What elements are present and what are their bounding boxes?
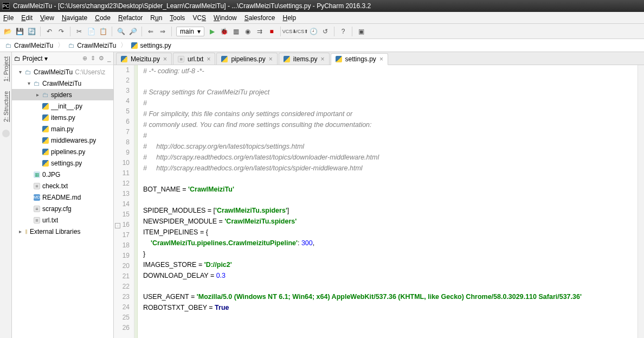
line-number[interactable]: 17	[114, 231, 134, 241]
copy-icon[interactable]: 📄	[87, 27, 95, 36]
menu-run[interactable]: Run	[150, 14, 162, 22]
editor-tab[interactable]: Meizitu.py×	[116, 53, 172, 65]
vcs-history-icon[interactable]: 🕘	[309, 27, 318, 36]
tree-row[interactable]: ≡ url.txt	[12, 214, 113, 226]
error-stripe[interactable]	[637, 65, 644, 338]
undo-icon[interactable]: ↶	[45, 27, 54, 36]
editor-tab[interactable]: items.py×	[279, 53, 330, 65]
close-icon[interactable]: ×	[379, 55, 383, 63]
target-icon[interactable]: ⊕	[82, 55, 87, 62]
redo-icon[interactable]: ↷	[57, 27, 66, 36]
line-number[interactable]: 8	[114, 138, 134, 149]
line-number[interactable]: 11	[114, 169, 134, 180]
vcs-revert-icon[interactable]: ↺	[321, 27, 330, 36]
debug-icon[interactable]: 🐞	[220, 27, 228, 36]
line-number[interactable]: 16-	[114, 221, 134, 231]
tree-row[interactable]: ▦ 0.JPG	[12, 169, 113, 180]
tree-row[interactable]: MD README.md	[12, 192, 113, 203]
menu-view[interactable]: View	[40, 14, 54, 22]
vcs-update-icon[interactable]: VCS⬇	[285, 27, 294, 36]
sync-icon[interactable]: 🔄	[27, 27, 36, 36]
tree-row[interactable]: ▸🗀 spiders	[12, 89, 113, 100]
line-number[interactable]: 24	[114, 303, 134, 314]
editor-tab[interactable]: ≡url.txt×	[173, 53, 215, 65]
close-icon[interactable]: ×	[163, 55, 167, 63]
menu-vcs[interactable]: VCS	[192, 14, 206, 22]
open-icon[interactable]: 📂	[3, 27, 12, 36]
menu-code[interactable]: Code	[95, 14, 111, 22]
line-number[interactable]: 5	[114, 107, 134, 118]
tree-row[interactable]: middlewares.py	[12, 135, 113, 146]
line-number[interactable]: 21	[114, 272, 134, 283]
salesforce-icon[interactable]: ▣	[357, 27, 365, 36]
tree-row[interactable]: main.py	[12, 123, 113, 135]
tool-tab-project[interactable]: 1: Project	[3, 54, 9, 84]
tree-row[interactable]: ▸⦀ External Libraries	[12, 226, 113, 237]
tool-tab-structure[interactable]: 2: Structure	[3, 89, 9, 124]
help-icon[interactable]: ?	[339, 27, 347, 36]
line-number[interactable]: 26	[114, 324, 134, 334]
line-number[interactable]: 13	[114, 190, 134, 200]
tree-twisty-icon[interactable]: ▸	[35, 92, 40, 98]
line-number[interactable]: 2	[114, 76, 134, 87]
line-gutter[interactable]: 12345678910111213141516-1718192021222324…	[114, 65, 134, 338]
fold-icon[interactable]: -	[115, 223, 120, 228]
run-icon[interactable]: ▶	[208, 27, 216, 36]
menu-salesforce[interactable]: Salesforce	[244, 14, 275, 22]
line-number[interactable]: 20	[114, 262, 134, 272]
line-number[interactable]: 18	[114, 241, 134, 252]
menu-file[interactable]: File	[3, 14, 14, 22]
editor-tab[interactable]: settings.py×	[331, 53, 388, 65]
project-tree[interactable]: ▾🗀 CrawlMeiziTu C:\Users\z▾🗀 CrawlMeiziT…	[12, 65, 113, 338]
line-number[interactable]: 9	[114, 149, 134, 159]
vcs-commit-icon[interactable]: VCS⬆	[297, 27, 306, 36]
tree-row[interactable]: ▾🗀 CrawlMeiziTu	[12, 78, 113, 89]
tree-twisty-icon[interactable]: ▾	[17, 69, 23, 75]
line-number[interactable]: 14	[114, 200, 134, 211]
tree-row[interactable]: __init__.py	[12, 100, 113, 112]
profile-icon[interactable]: ◉	[243, 27, 252, 36]
line-number[interactable]: 1	[114, 66, 134, 76]
breadcrumb[interactable]: settings.py	[129, 42, 173, 49]
menu-navigate[interactable]: Navigate	[62, 14, 87, 22]
tree-row[interactable]: items.py	[12, 112, 113, 123]
run-config-selector[interactable]: main ▾	[176, 27, 204, 36]
concurrent-icon[interactable]: ⇉	[255, 27, 264, 36]
line-number[interactable]: 4	[114, 97, 134, 107]
menu-help[interactable]: Help	[282, 14, 296, 22]
collapse-icon[interactable]: ⇕	[91, 55, 95, 62]
tree-row[interactable]: ▾🗀 CrawlMeiziTu C:\Users\z	[12, 66, 113, 78]
close-icon[interactable]: ×	[269, 55, 273, 63]
line-number[interactable]: 3	[114, 87, 134, 97]
save-icon[interactable]: 💾	[15, 27, 24, 36]
paste-icon[interactable]: 📋	[99, 27, 107, 36]
code-editor[interactable]: # -*- coding: utf-8 -*- # Scrapy setting…	[138, 65, 637, 338]
line-number[interactable]: 15	[114, 211, 134, 221]
tree-twisty-icon[interactable]: ▾	[26, 80, 31, 86]
close-icon[interactable]: ×	[320, 55, 324, 63]
tree-row[interactable]: ≡ check.txt	[12, 180, 113, 192]
line-number[interactable]: 6	[114, 118, 134, 128]
tree-twisty-icon[interactable]: ▸	[17, 228, 23, 234]
line-number[interactable]: 10	[114, 159, 134, 169]
hide-icon[interactable]: ⎯	[107, 55, 111, 62]
line-number[interactable]: 7	[114, 128, 134, 138]
menu-edit[interactable]: Edit	[21, 14, 33, 22]
tree-row[interactable]: ≡ scrapy.cfg	[12, 203, 113, 214]
line-number[interactable]: 22	[114, 283, 134, 293]
line-number[interactable]: 19	[114, 252, 134, 262]
stop-icon[interactable]: ■	[267, 27, 276, 36]
line-number[interactable]: 23	[114, 293, 134, 303]
line-number[interactable]: 12	[114, 180, 134, 190]
coverage-icon[interactable]: ▦	[231, 27, 240, 36]
back-icon[interactable]: ⇐	[146, 27, 155, 36]
breadcrumb[interactable]: 🗀CrawlMeiziTu	[66, 42, 118, 49]
tree-row[interactable]: settings.py	[12, 157, 113, 169]
cut-icon[interactable]: ✂	[75, 27, 83, 36]
menu-tools[interactable]: Tools	[170, 14, 185, 22]
menu-refactor[interactable]: Refactor	[118, 14, 143, 22]
editor-tab[interactable]: pipelines.py×	[216, 53, 277, 65]
gear-icon[interactable]: ⚙	[99, 55, 104, 62]
project-view-selector[interactable]: 🗀 Project ▾	[14, 55, 48, 62]
line-number[interactable]: 25	[114, 314, 134, 324]
